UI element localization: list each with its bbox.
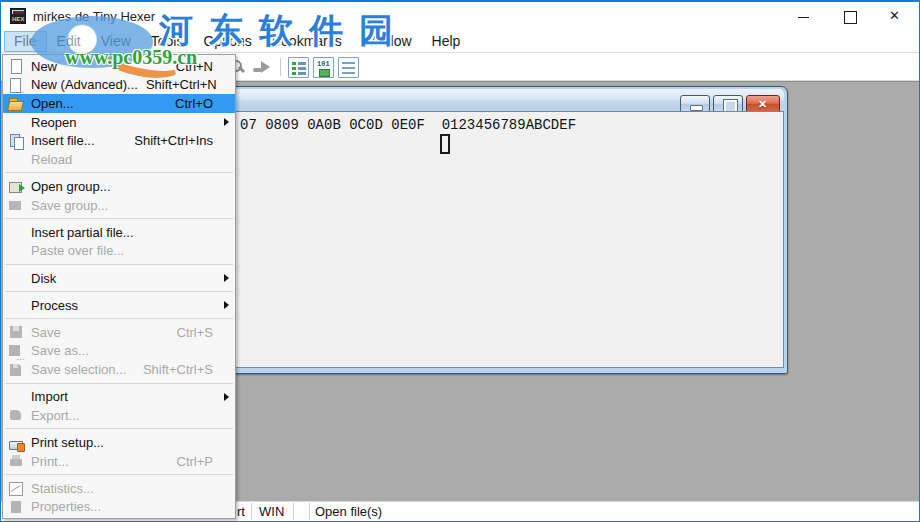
menu-bar: FileEditViewToolsOptionsBookmarksWindowH… — [1, 31, 919, 53]
file-menu-item-save-as: Save as... — [3, 342, 235, 361]
new-adv-icon — [8, 77, 24, 93]
menubar-item-options[interactable]: Options — [193, 31, 261, 52]
app-hex-icon — [10, 8, 26, 24]
menubar-item-view[interactable]: View — [91, 31, 141, 52]
icon-spacer — [8, 114, 24, 130]
file-menu-item-paste-over-file: Paste over file... — [3, 242, 235, 261]
file-menu-item-new-advanced[interactable]: New (Advanced)...Shift+Ctrl+N — [3, 76, 235, 95]
save-icon — [8, 324, 24, 340]
file-menu-item-insert-partial-file[interactable]: Insert partial file... — [3, 223, 235, 242]
file-menu-item-reopen[interactable]: Reopen — [3, 113, 235, 132]
menu-item-label: Disk — [31, 271, 219, 286]
menu-item-label: Properties... — [31, 499, 219, 514]
menu-separator — [5, 264, 233, 265]
menu-item-shortcut: Shift+Ctrl+S — [143, 362, 213, 377]
file-menu-item-new[interactable]: NewCtrl+N — [3, 57, 235, 76]
menubar-item-edit[interactable]: Edit — [47, 31, 91, 52]
icon-spacer — [8, 243, 24, 259]
save-group-icon — [8, 197, 24, 213]
menu-item-label: New (Advanced)... — [31, 77, 138, 92]
menu-item-shortcut: Ctrl+P — [177, 454, 213, 469]
submenu-arrow-icon — [219, 393, 229, 401]
menu-separator — [5, 318, 233, 319]
status-separator — [309, 503, 310, 520]
menu-item-label: Save selection... — [31, 362, 135, 377]
file-menu-item-save: SaveCtrl+S — [3, 323, 235, 342]
file-menu-item-process[interactable]: Process — [3, 296, 235, 315]
file-menu-item-save-selection: Save selection...Shift+Ctrl+S — [3, 360, 235, 379]
save-as-icon — [8, 343, 24, 359]
close-button[interactable] — [873, 2, 919, 31]
menu-separator — [5, 218, 233, 219]
submenu-arrow-icon — [219, 301, 229, 309]
menu-item-label: Export... — [31, 408, 219, 423]
menu-item-label: Save — [31, 325, 169, 340]
menu-separator — [5, 172, 233, 173]
maximize-button[interactable] — [827, 2, 873, 31]
icon-spacer — [8, 151, 24, 167]
file-menu-item-properties: Properties... — [3, 498, 235, 517]
hex-caret — [440, 134, 450, 154]
menu-item-shortcut: Shift+Ctrl+Ins — [134, 133, 213, 148]
properties-icon — [8, 499, 24, 515]
menu-separator — [5, 428, 233, 429]
print-icon — [8, 453, 24, 469]
menu-item-label: Save as... — [31, 343, 219, 358]
file-menu-item-open[interactable]: Open...Ctrl+O — [3, 94, 235, 113]
menu-item-label: Insert file... — [31, 133, 126, 148]
file-menu-item-disk[interactable]: Disk — [3, 269, 235, 288]
menu-item-shortcut: Shift+Ctrl+N — [146, 77, 217, 92]
menubar-item-file[interactable]: File — [4, 31, 47, 52]
file-menu-item-reload: Reload — [3, 150, 235, 169]
menu-item-label: New — [31, 59, 168, 74]
status-message: Open file(s) — [315, 504, 382, 519]
file-menu-item-open-group[interactable]: Open group... — [3, 177, 235, 196]
menu-item-label: Process — [31, 298, 219, 313]
file-menu-popup: NewCtrl+NNew (Advanced)...Shift+Ctrl+NOp… — [2, 54, 236, 519]
file-menu-item-save-group: Save group... — [3, 196, 235, 215]
menu-item-label: Save group... — [31, 198, 219, 213]
file-menu-item-import[interactable]: Import — [3, 387, 235, 406]
menu-item-label: Reopen — [31, 115, 219, 130]
menu-item-label: Print... — [31, 454, 169, 469]
status-separator — [293, 503, 294, 520]
icon-spacer — [8, 389, 24, 405]
jump-icon[interactable] — [252, 57, 273, 78]
window-title: mirkes de Tiny Hexer — [33, 9, 155, 24]
status-separator — [251, 503, 252, 520]
print-setup-icon — [8, 435, 24, 451]
submenu-arrow-icon — [219, 274, 229, 282]
icon-spacer — [8, 270, 24, 286]
menu-separator — [5, 291, 233, 292]
file-menu-item-print-setup[interactable]: Print setup... — [3, 433, 235, 452]
menu-item-label: Open... — [31, 96, 167, 111]
menu-separator — [5, 474, 233, 475]
text-list-icon[interactable] — [338, 57, 359, 78]
menu-item-shortcut: Ctrl+S — [177, 325, 213, 340]
script-list-icon[interactable] — [288, 57, 309, 78]
minimize-button[interactable] — [781, 2, 827, 31]
menu-item-label: Open group... — [31, 179, 219, 194]
menu-item-label: Import — [31, 389, 219, 404]
submenu-arrow-icon — [219, 118, 229, 126]
status-charset: WIN — [259, 504, 284, 519]
menu-item-label: Paste over file... — [31, 243, 219, 258]
icon-spacer — [8, 224, 24, 240]
hex-column-header: 07 0809 0A0B 0C0D 0E0F 0123456789ABCDEF — [240, 117, 576, 133]
menubar-item-help[interactable]: Help — [422, 31, 471, 52]
menu-item-shortcut: Ctrl+N — [176, 59, 213, 74]
menu-item-label: Insert partial file... — [31, 225, 219, 240]
file-menu-item-print: Print...Ctrl+P — [3, 452, 235, 471]
insert-file-icon — [8, 133, 24, 149]
menu-item-shortcut: Ctrl+O — [175, 96, 213, 111]
folder-open-icon — [8, 95, 24, 111]
menubar-item-tools[interactable]: Tools — [141, 31, 194, 52]
new-icon — [8, 58, 24, 74]
toolbar-separator — [280, 58, 281, 76]
file-menu-item-insert-file[interactable]: Insert file...Shift+Ctrl+Ins — [3, 131, 235, 150]
app-window: mirkes de Tiny Hexer FileEditViewToolsOp… — [0, 0, 920, 522]
menubar-item-window[interactable]: Window — [352, 31, 422, 52]
binary-view-icon[interactable] — [313, 57, 334, 78]
menubar-item-bookmarks[interactable]: Bookmarks — [262, 31, 352, 52]
icon-spacer — [8, 297, 24, 313]
